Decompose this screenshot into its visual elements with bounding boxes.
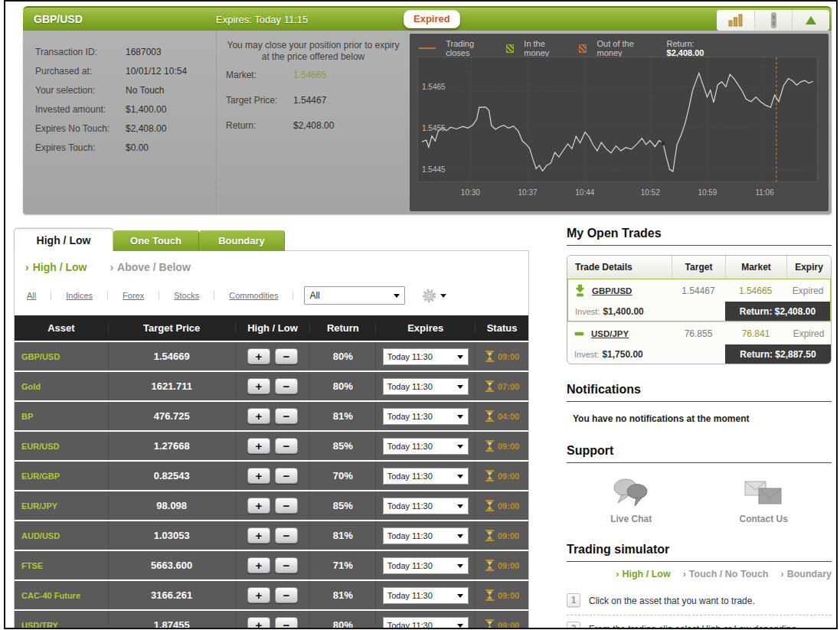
filter-stocks[interactable]: Stocks [159, 291, 214, 300]
expires-select[interactable]: Today 11:30 [383, 527, 469, 544]
open-trade-row: USD/JPY 76.855 76.841 Expired Invest:$1,… [567, 322, 831, 364]
column-asset: Asset [15, 322, 108, 334]
detail-row: Expires Touch:$0.00 [35, 139, 216, 158]
expires-select[interactable]: Today 11:30 [383, 408, 469, 425]
detail-label: Your selection: [35, 81, 126, 100]
expires-select[interactable]: Today 11:30 [383, 438, 469, 455]
asset-name[interactable]: EUR/GBP [15, 462, 108, 490]
return-value: $2,408.00 [293, 120, 334, 131]
collapse-widget-button[interactable] [792, 10, 829, 31]
sim-link-touch-no-touch[interactable]: ›Touch / No Touch [683, 569, 769, 579]
expires-select[interactable]: Today 11:30 [383, 587, 469, 604]
high-button[interactable]: + [247, 557, 270, 573]
trade-subnav: ›High / Low ›Above / Below [25, 261, 528, 273]
legend-label: In the money [524, 39, 569, 57]
low-button[interactable]: − [275, 557, 298, 573]
target-price: 1621.711 [108, 372, 235, 400]
return-badge: Return: $2,408.00 [725, 302, 830, 321]
contact-us-button[interactable]: Contact Us [739, 477, 787, 524]
expires-cell: Today 11:30 [375, 402, 475, 430]
filter-commodities[interactable]: Commodities [214, 291, 293, 300]
low-button[interactable]: − [275, 617, 298, 629]
high-low-cell: +− [235, 521, 310, 550]
high-button[interactable]: + [247, 498, 270, 514]
low-button[interactable]: − [275, 408, 298, 424]
detail-row: Your selection:No Touch [35, 81, 216, 100]
chevron-icon: › [780, 569, 783, 579]
open-trade-asset[interactable]: GBP/USD [592, 286, 632, 295]
asset-name[interactable]: EUR/JPY [15, 491, 108, 520]
settings-button[interactable] [422, 289, 446, 303]
status-cell: 09:00 [475, 491, 528, 520]
low-button[interactable]: − [275, 498, 298, 514]
filter-indices[interactable]: Indices [51, 291, 108, 300]
low-button[interactable]: − [275, 348, 298, 364]
asset-name[interactable]: BP [15, 402, 108, 430]
low-button[interactable]: − [275, 527, 298, 543]
low-button[interactable]: − [275, 587, 298, 603]
high-button[interactable]: + [247, 468, 270, 484]
filter-all[interactable]: All [25, 291, 51, 300]
high-button[interactable]: + [247, 527, 270, 543]
live-chat-button[interactable]: Live Chat [610, 477, 652, 524]
target-price: 1.87455 [108, 611, 235, 629]
low-button[interactable]: − [275, 438, 298, 454]
return-percent: 70% [309, 462, 375, 490]
filter-forex[interactable]: Forex [108, 291, 159, 300]
target-price: 1.54669 [108, 342, 235, 370]
expires-select[interactable]: Today 11:30 [383, 617, 469, 630]
bar-chart-view-button[interactable] [717, 10, 754, 31]
invest-value: $1,750.00 [602, 349, 642, 360]
open-trade-asset[interactable]: USD/JPY [591, 329, 629, 338]
expires-select[interactable]: Today 11:30 [383, 498, 469, 514]
chart-x-labels: 10:3010:3710:4410:5210:5911:06 [417, 188, 818, 199]
category-select[interactable]: All [304, 286, 405, 305]
asset-name[interactable]: AUD/USD [15, 521, 108, 550]
open-trade-market: 1.54665 [725, 286, 786, 296]
high-button[interactable]: + [247, 408, 270, 424]
asset-row: FTSE 5663.600 +− 71% Today 11:30 09:00 [15, 551, 528, 579]
tab-one-touch[interactable]: One Touch [113, 230, 199, 251]
expires-select[interactable]: Today 11:30 [383, 378, 469, 395]
high-low-cell: +− [235, 342, 310, 370]
high-button[interactable]: + [247, 348, 270, 364]
high-button[interactable]: + [247, 587, 270, 603]
column-market: Market [725, 256, 786, 279]
asset-name[interactable]: GBP/USD [15, 342, 108, 370]
sim-link-label: Touch / No Touch [689, 569, 769, 579]
expires-select[interactable]: Today 11:30 [383, 468, 469, 485]
low-button[interactable]: − [275, 468, 298, 484]
out-of-the-money-swatch [579, 44, 587, 53]
asset-name[interactable]: CAC-40 Future [15, 581, 108, 609]
in-the-money-swatch [506, 44, 514, 53]
candlestick-view-button[interactable] [754, 10, 792, 31]
sim-link-high-low[interactable]: ›High / Low [616, 569, 670, 579]
hourglass-icon [485, 530, 495, 541]
hourglass-icon [485, 500, 495, 511]
high-button[interactable]: + [247, 378, 270, 394]
hourglass-icon [485, 560, 495, 571]
asset-name[interactable]: EUR/USD [15, 432, 108, 460]
expires-select[interactable]: Today 11:30 [383, 348, 469, 365]
hourglass-icon [485, 410, 495, 422]
sim-link-boundary[interactable]: ›Boundary [780, 569, 832, 579]
hourglass-icon [485, 380, 495, 392]
return-percent: 80% [309, 372, 375, 400]
low-button[interactable]: − [275, 378, 298, 394]
asset-name[interactable]: FTSE [15, 551, 108, 579]
expires-select[interactable]: Today 11:30 [383, 557, 469, 574]
asset-table: Asset Target Price High / Low Return Exp… [15, 315, 528, 629]
asset-name[interactable]: Gold [15, 372, 108, 400]
target-price: 0.82543 [108, 462, 235, 490]
high-button[interactable]: + [247, 438, 270, 454]
subnav-high-low[interactable]: ›High / Low [25, 261, 87, 273]
price-chart-svg [418, 57, 817, 181]
tab-high-low[interactable]: High / Low [14, 228, 113, 251]
high-button[interactable]: + [247, 617, 270, 629]
tab-boundary[interactable]: Boundary [199, 230, 285, 251]
status-cell: 09:00 [475, 521, 528, 550]
detail-value: $1,400.00 [126, 104, 166, 115]
subnav-above-below[interactable]: ›Above / Below [109, 261, 190, 273]
asset-name[interactable]: USD/TRY [15, 611, 108, 629]
expires-cell: Today 11:30 [375, 551, 475, 579]
